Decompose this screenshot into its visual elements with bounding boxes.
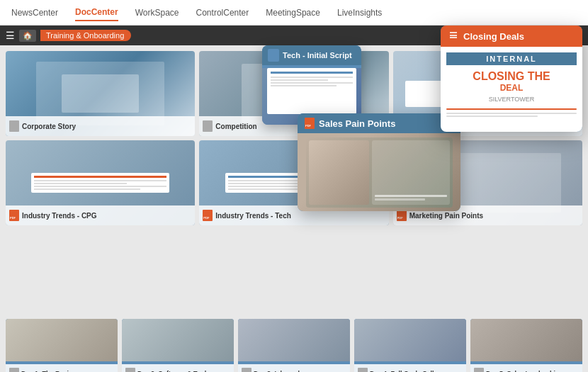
card-day1-label: Day 1: The Basics - <box>6 364 118 372</box>
popup-closing-body: INTERNAL CLOSING THE DEAL SILVERTOWER <box>441 47 582 132</box>
nav-doccenter[interactable]: DocCenter <box>75 4 118 21</box>
popup-sales-pain[interactable]: Sales Pain Points <box>298 113 460 211</box>
card-day1-image <box>6 319 118 361</box>
clip-icon <box>358 368 368 372</box>
orange-doc-icon <box>448 30 459 43</box>
home-icon[interactable]: 🏠 <box>19 30 36 42</box>
card-corporate[interactable]: Corporate Story <box>6 51 195 136</box>
pdf-icon <box>203 210 213 221</box>
nav-liveinsights[interactable]: LiveInsights <box>337 5 382 21</box>
company-logo: SILVERTOWER <box>446 96 577 103</box>
pdf-icon <box>305 118 315 129</box>
internal-label: INTERNAL <box>446 52 577 65</box>
popup-tech-header: Tech - Initial Script <box>262 45 361 65</box>
card-day2-label: Day 2: Software & Tools <box>122 364 234 372</box>
popup-sales-header: Sales Pain Points <box>298 113 460 133</box>
menu-icon[interactable]: ☰ <box>6 30 15 41</box>
card-industry-cpg-label: Industry Trends - CPG <box>6 205 195 225</box>
card-day4-label: Day 4: Full Cycle Sell <box>354 364 466 372</box>
clip-icon <box>474 368 484 372</box>
card-day1[interactable]: Day 1: The Basics - <box>6 319 118 372</box>
nav-newscenter[interactable]: NewsCenter <box>11 5 58 21</box>
clip-icon <box>242 368 251 372</box>
card-day2[interactable]: Day 2: Software & Tools <box>122 319 234 372</box>
closing-subtitle: DEAL <box>446 83 577 93</box>
card-day3-image <box>238 319 350 361</box>
pdf-icon <box>397 210 407 221</box>
card-corporate-label: Corporate Story <box>6 116 195 136</box>
clip-icon <box>9 368 19 372</box>
card-day2-image <box>122 319 234 361</box>
card-industry-cpg[interactable]: Industry Trends - CPG <box>6 140 195 225</box>
top-nav: NewsCenter DocCenter WorkSpace ControlCe… <box>0 0 588 26</box>
bottom-row: Day 1: The Basics - Day 2: Software & To… <box>6 319 582 372</box>
card-day3-label: Day 3: Inbound <box>238 364 350 372</box>
card-day5-image <box>470 319 582 361</box>
doc-icon <box>268 49 279 62</box>
popup-closing-deals[interactable]: Closing Deals INTERNAL CLOSING THE DEAL … <box>441 26 582 132</box>
nav-meetingspace[interactable]: MeetingSpace <box>266 5 320 21</box>
card-day5-label: Day 5: Sales Leadership <box>470 364 582 372</box>
card-day3[interactable]: Day 3: Inbound <box>238 319 350 372</box>
popup-sales-body <box>298 133 460 211</box>
clip-icon <box>125 368 135 372</box>
clip-icon <box>9 120 19 132</box>
card-day4-image <box>354 319 466 361</box>
popup-closing-header: Closing Deals <box>441 26 582 47</box>
clip-icon <box>203 120 213 132</box>
pdf-icon <box>9 210 19 221</box>
card-day4[interactable]: Day 4: Full Cycle Sell <box>354 319 466 372</box>
breadcrumb: Training & Onboarding <box>40 30 131 41</box>
nav-controlcenter[interactable]: ControlCenter <box>196 5 249 21</box>
closing-title: CLOSING THE <box>446 69 577 83</box>
nav-workspace[interactable]: WorkSpace <box>135 5 179 21</box>
card-day5[interactable]: Day 5: Sales Leadership <box>470 319 582 372</box>
